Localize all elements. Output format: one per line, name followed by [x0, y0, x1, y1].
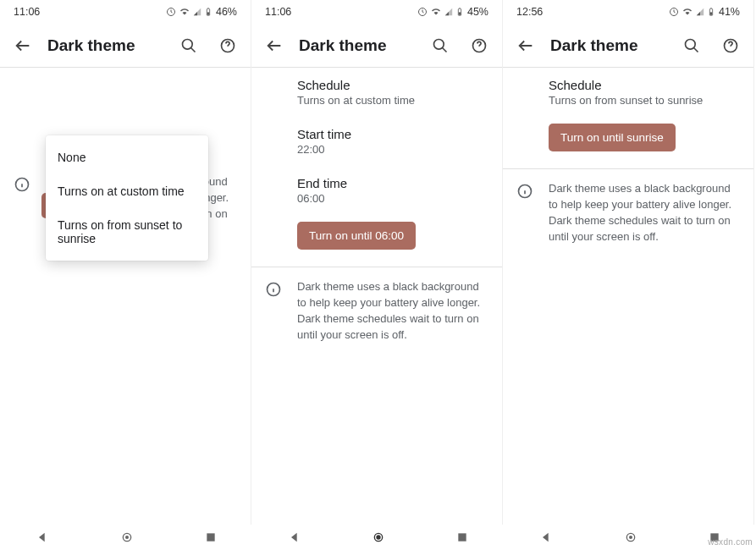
schedule-menu: None Turns on at custom time Turns on fr… — [46, 135, 208, 261]
info-row: Dark theme uses a black background to he… — [251, 267, 502, 355]
back-icon[interactable] — [8, 31, 37, 60]
info-icon — [265, 281, 282, 298]
search-icon[interactable] — [174, 31, 203, 60]
start-time-row[interactable]: Start time 22:00 — [251, 117, 502, 166]
svg-rect-6 — [459, 12, 461, 14]
info-row: Dark theme uses a black background to he… — [503, 168, 753, 256]
page-title: Dark theme — [47, 36, 164, 55]
svg-point-12 — [686, 39, 696, 49]
android-nav-bar — [0, 525, 756, 550]
svg-rect-11 — [710, 12, 713, 14]
watermark: wsxdn.com — [708, 537, 753, 547]
svg-rect-17 — [207, 533, 214, 541]
turn-on-button[interactable]: Turn on until sunrise — [549, 124, 676, 151]
battery-pct: 41% — [719, 6, 740, 18]
end-time-row[interactable]: End time 06:00 — [251, 166, 502, 215]
info-icon — [516, 183, 533, 200]
nav-back-icon[interactable] — [36, 531, 49, 544]
status-bar: 11:06 45% — [251, 0, 502, 24]
svg-rect-20 — [459, 533, 466, 541]
start-value: 22:00 — [297, 143, 485, 156]
search-icon[interactable] — [426, 31, 455, 60]
svg-point-22 — [629, 536, 632, 539]
status-icons — [669, 6, 715, 18]
nav-back-icon[interactable] — [539, 531, 553, 544]
svg-point-2 — [183, 39, 193, 49]
clock: 11:06 — [14, 6, 40, 18]
end-value: 06:00 — [297, 192, 485, 205]
search-icon[interactable] — [677, 31, 706, 60]
help-icon[interactable] — [716, 31, 745, 60]
page-title: Dark theme — [550, 36, 667, 55]
back-icon[interactable] — [260, 31, 289, 60]
status-bar: 12:56 41% — [503, 0, 753, 24]
nav-home-icon[interactable] — [120, 531, 134, 544]
schedule-label: Schedule — [297, 78, 485, 92]
schedule-value: Turns on from sunset to sunrise — [549, 94, 737, 107]
end-label: End time — [297, 176, 485, 190]
schedule-value: Turns on at custom time — [297, 94, 485, 107]
nav-recent-icon[interactable] — [205, 531, 217, 543]
help-icon[interactable] — [213, 31, 242, 60]
schedule-row[interactable]: Schedule Turns on from sunset to sunrise — [503, 68, 753, 117]
clock: 12:56 — [516, 6, 543, 18]
phone-screen-1: 11:06 46% Dark theme None Turns on at cu… — [0, 0, 251, 525]
nav-home-icon[interactable] — [372, 531, 385, 544]
status-icons — [417, 6, 464, 18]
info-icon — [14, 176, 30, 193]
clock: 11:06 — [265, 6, 291, 18]
battery-pct: 45% — [467, 6, 488, 18]
info-text: Dark theme uses a black background to he… — [297, 279, 485, 343]
nav-home-icon[interactable] — [624, 531, 637, 544]
svg-point-7 — [434, 39, 444, 49]
battery-pct: 46% — [216, 6, 237, 18]
menu-item-custom[interactable]: Turns on at custom time — [46, 174, 208, 208]
start-label: Start time — [297, 127, 485, 141]
app-bar: Dark theme — [0, 24, 251, 68]
svg-rect-1 — [207, 12, 210, 14]
phone-screen-3: 12:56 41% Dark theme Schedule Turns on f… — [503, 0, 754, 525]
phone-screen-2: 11:06 45% Dark theme Schedule Turns on a… — [251, 0, 503, 525]
menu-item-sunset[interactable]: Turns on from sunset to sunrise — [46, 208, 208, 256]
info-text: Dark theme uses a black background to he… — [549, 181, 737, 245]
svg-point-16 — [125, 536, 129, 539]
turn-on-button[interactable]: Turn on until 06:00 — [297, 222, 416, 250]
status-icons — [166, 6, 212, 18]
schedule-label: Schedule — [549, 78, 737, 92]
nav-recent-icon[interactable] — [456, 531, 468, 543]
help-icon[interactable] — [465, 31, 494, 60]
back-icon[interactable] — [511, 31, 540, 60]
page-title: Dark theme — [299, 36, 416, 55]
svg-point-19 — [377, 535, 381, 539]
nav-back-icon[interactable] — [288, 531, 301, 544]
status-bar: 11:06 46% — [0, 0, 251, 24]
app-bar: Dark theme — [503, 24, 753, 68]
app-bar: Dark theme — [251, 24, 502, 68]
schedule-row[interactable]: Schedule Turns on at custom time — [251, 68, 502, 117]
menu-item-none[interactable]: None — [46, 140, 208, 174]
